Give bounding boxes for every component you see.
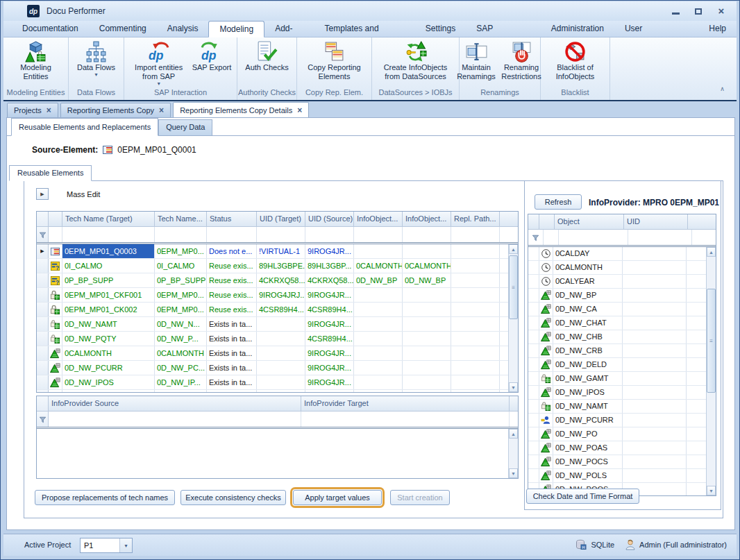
scroll-down-icon[interactable]: ▼ bbox=[509, 382, 518, 392]
cell[interactable] bbox=[257, 317, 305, 331]
cell[interactable] bbox=[451, 317, 500, 331]
cell[interactable] bbox=[354, 303, 403, 316]
cell[interactable]: 0CALMONTH bbox=[155, 346, 207, 360]
cell[interactable]: 0D_NW_PO bbox=[553, 427, 623, 441]
cell[interactable]: 0D_NW_P... bbox=[155, 332, 207, 346]
cell[interactable]: Reuse exis... bbox=[207, 273, 257, 287]
ribbon-tab-administration[interactable]: Administration bbox=[541, 21, 614, 37]
scroll-down-icon[interactable]: ▼ bbox=[509, 468, 518, 478]
cell[interactable]: Reuse exis... bbox=[207, 288, 257, 302]
cell[interactable] bbox=[623, 400, 687, 413]
cell[interactable]: 0D_NW_POLS bbox=[553, 469, 623, 482]
modeling-entities-button[interactable]: Modeling Entities bbox=[10, 40, 62, 82]
cell[interactable]: 9IROG4JR... bbox=[305, 288, 354, 302]
column-header[interactable]: UID (Target) bbox=[257, 212, 305, 227]
cell[interactable]: 0D_NW_POCS bbox=[553, 455, 623, 468]
check-date-time-format-button[interactable]: Check Date and Time Format bbox=[526, 489, 639, 504]
column-header[interactable]: Tech Name (Target) bbox=[62, 212, 155, 227]
cell[interactable]: 0D_NW_GAMT bbox=[553, 372, 623, 385]
cell[interactable] bbox=[403, 361, 451, 375]
cell[interactable]: 0D_NW_PCURR bbox=[62, 361, 155, 375]
table-row[interactable]: 0D_NW_PRID 0D_NW_PR... Exists in ta... 9… bbox=[37, 390, 518, 393]
ribbon-tab-documentation[interactable]: Documentation bbox=[12, 21, 89, 37]
cell[interactable] bbox=[257, 375, 305, 389]
cell[interactable]: 0EPM_MP0... bbox=[155, 303, 207, 316]
cell[interactable] bbox=[403, 317, 451, 331]
cell[interactable] bbox=[623, 386, 687, 399]
cell[interactable]: 9IROG4JR... bbox=[305, 390, 354, 393]
cell[interactable]: 4CKRXQ58... bbox=[257, 273, 305, 287]
cell[interactable]: Does not e... bbox=[207, 244, 257, 258]
doc-tab-projects[interactable]: Projects × bbox=[7, 103, 58, 117]
filter-cell[interactable] bbox=[155, 227, 207, 242]
cell[interactable]: 0D_NW_IP... bbox=[155, 375, 207, 389]
cell[interactable] bbox=[354, 346, 403, 360]
cell[interactable] bbox=[623, 441, 687, 455]
list-item[interactable]: 0D_NW_GAMT bbox=[528, 372, 716, 386]
propose-replacements-button[interactable]: Propose replacements of tech names bbox=[35, 490, 175, 505]
renaming-restrictions-button[interactable]: Renaming Restrictions bbox=[498, 40, 544, 82]
cell[interactable] bbox=[623, 316, 687, 330]
cell[interactable]: 4CSR89H4... bbox=[305, 303, 354, 316]
filter-cell[interactable] bbox=[403, 227, 451, 242]
cell[interactable]: 9IROG4JR... bbox=[305, 346, 354, 360]
cell[interactable] bbox=[623, 303, 687, 316]
table-row[interactable]: 0D_NW_IPOS 0D_NW_IP... Exists in ta... 9… bbox=[37, 375, 518, 390]
cell[interactable]: 0EPM_MP01_Q0003 bbox=[62, 244, 155, 258]
cell[interactable] bbox=[403, 346, 451, 360]
cell[interactable] bbox=[623, 414, 687, 427]
filter-cell[interactable] bbox=[559, 230, 628, 245]
column-header[interactable]: InfoProvider Target bbox=[301, 396, 510, 411]
cell[interactable] bbox=[257, 346, 305, 360]
cell[interactable]: 0CALMONTH bbox=[62, 346, 155, 360]
filter-cell[interactable] bbox=[62, 227, 155, 242]
cell[interactable] bbox=[257, 332, 305, 346]
cell[interactable]: 0EPM_MP0... bbox=[155, 244, 207, 258]
create-infoobjects-button[interactable]: Create InfoObjects from DataSources bbox=[374, 40, 457, 82]
cell[interactable]: 0D_NW_POAS bbox=[553, 441, 623, 455]
data-flows-button[interactable]: Data Flows ▾ bbox=[76, 40, 117, 78]
cell[interactable]: 9IROG4JR... bbox=[305, 244, 354, 258]
cell[interactable]: Exists in ta... bbox=[207, 375, 257, 389]
cell[interactable] bbox=[623, 344, 687, 357]
doc-tab-reporting-elements-copy[interactable]: Reporting Elements Copy × bbox=[60, 103, 171, 117]
cell[interactable] bbox=[451, 332, 500, 346]
scrollbar-thumb[interactable]: ≡ bbox=[509, 255, 518, 319]
cell[interactable] bbox=[354, 244, 403, 258]
sap-export-button[interactable]: SAP Export bbox=[191, 40, 233, 73]
cell[interactable] bbox=[623, 261, 687, 274]
cell[interactable]: 0P_BP_SUPP bbox=[62, 273, 155, 287]
cell[interactable]: 0D_NW_NAMT bbox=[553, 400, 623, 413]
cell[interactable] bbox=[623, 372, 687, 385]
cell[interactable] bbox=[354, 332, 403, 346]
cell[interactable]: 0P_BP_SUPP bbox=[155, 273, 207, 287]
cell[interactable]: 9IROG4JR... bbox=[305, 317, 354, 331]
cell[interactable]: 0D_NW_PCURR bbox=[553, 414, 623, 427]
ribbon-tab-analysis[interactable]: Analysis bbox=[157, 21, 209, 37]
cell[interactable] bbox=[623, 289, 687, 302]
tab-reusable-elements-and-replacements[interactable]: Reusable Elements and Replacements bbox=[11, 118, 158, 136]
cell[interactable]: 0D_NW_N... bbox=[155, 317, 207, 331]
close-icon[interactable]: × bbox=[297, 107, 302, 114]
vertical-scrollbar[interactable]: ▲ ≡ ▼ bbox=[706, 247, 716, 495]
cell[interactable]: 0I_CALMO bbox=[155, 259, 207, 273]
maximize-button[interactable] bbox=[691, 6, 705, 17]
ribbon-tab-templates-and-variants[interactable]: Templates and Variants bbox=[314, 21, 415, 37]
filter-cell[interactable] bbox=[301, 411, 510, 427]
cell[interactable] bbox=[623, 455, 687, 468]
close-icon[interactable]: × bbox=[47, 107, 51, 114]
list-item[interactable]: 0D_NW_CHAT bbox=[528, 316, 716, 330]
cell[interactable]: Exists in ta... bbox=[207, 361, 257, 375]
ribbon-tab-sap-integration[interactable]: SAP Integration bbox=[466, 21, 541, 37]
cell[interactable]: 0D_NW_IPOS bbox=[553, 386, 623, 399]
cell[interactable]: 0D_NW_PQTY bbox=[62, 332, 155, 346]
tab-reusable-elements[interactable]: Reusable Elements bbox=[9, 165, 92, 181]
list-item[interactable]: 0D_NW_PO bbox=[528, 427, 716, 441]
column-header[interactable]: Tech Name... bbox=[155, 212, 207, 227]
collapse-ribbon-button[interactable]: ∧ bbox=[716, 84, 728, 94]
cell[interactable]: Reuse exis... bbox=[207, 259, 257, 273]
doc-tab-reporting-elements-copy-details[interactable]: Reporting Elements Copy Details × bbox=[173, 102, 309, 117]
cell[interactable] bbox=[257, 390, 305, 393]
cell[interactable]: 89HL3GBPE... bbox=[257, 259, 305, 273]
list-item[interactable]: 0D_NW_CRB bbox=[528, 344, 716, 358]
